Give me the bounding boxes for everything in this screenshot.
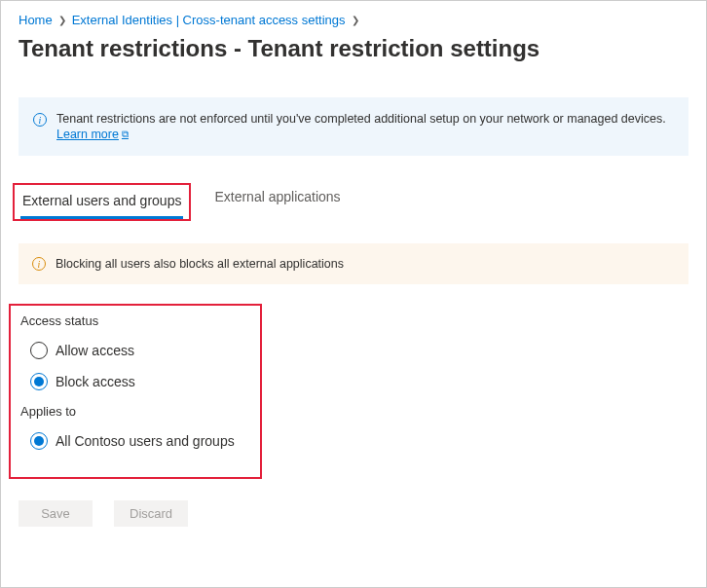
radio-all-users-groups[interactable]: All Contoso users and groups xyxy=(30,432,250,450)
radio-allow-access-label: Allow access xyxy=(56,343,134,358)
access-status-label: Access status xyxy=(20,313,250,328)
info-banner-text: Tenant restrictions are not enforced unt… xyxy=(56,112,666,126)
breadcrumb-external-identities[interactable]: External Identities | Cross-tenant acces… xyxy=(72,13,346,27)
warning-icon: i xyxy=(32,257,46,271)
radio-icon xyxy=(30,432,48,450)
save-button[interactable]: Save xyxy=(19,500,93,527)
discard-button[interactable]: Discard xyxy=(114,500,188,527)
radio-allow-access[interactable]: Allow access xyxy=(30,342,250,359)
page-title: Tenant restrictions - Tenant restriction… xyxy=(19,35,688,62)
tab-external-users-groups[interactable]: External users and groups xyxy=(20,187,183,219)
learn-more-link[interactable]: Learn more ⧉ xyxy=(56,128,129,141)
warning-banner: i Blocking all users also blocks all ext… xyxy=(19,243,688,284)
info-banner: i Tenant restrictions are not enforced u… xyxy=(19,97,688,156)
tab-external-applications[interactable]: External applications xyxy=(212,183,342,221)
external-link-icon: ⧉ xyxy=(122,129,129,140)
radio-block-access[interactable]: Block access xyxy=(30,373,250,390)
applies-to-label: Applies to xyxy=(20,404,250,419)
footer-buttons: Save Discard xyxy=(19,500,688,527)
chevron-right-icon: ❯ xyxy=(352,15,359,25)
radio-icon xyxy=(30,373,48,390)
warning-banner-text: Blocking all users also blocks all exter… xyxy=(56,257,344,271)
chevron-right-icon: ❯ xyxy=(58,15,66,25)
radio-icon xyxy=(30,342,48,359)
tabs: External users and groups External appli… xyxy=(19,183,688,222)
breadcrumb-home[interactable]: Home xyxy=(19,13,53,27)
breadcrumb: Home ❯ External Identities | Cross-tenan… xyxy=(19,13,688,27)
radio-block-access-label: Block access xyxy=(56,374,135,389)
highlight-annotation-tab: External users and groups xyxy=(13,183,191,221)
info-icon: i xyxy=(33,113,47,127)
highlight-annotation-settings: Access status Allow access Block access … xyxy=(9,304,262,479)
radio-all-users-groups-label: All Contoso users and groups xyxy=(56,433,235,449)
